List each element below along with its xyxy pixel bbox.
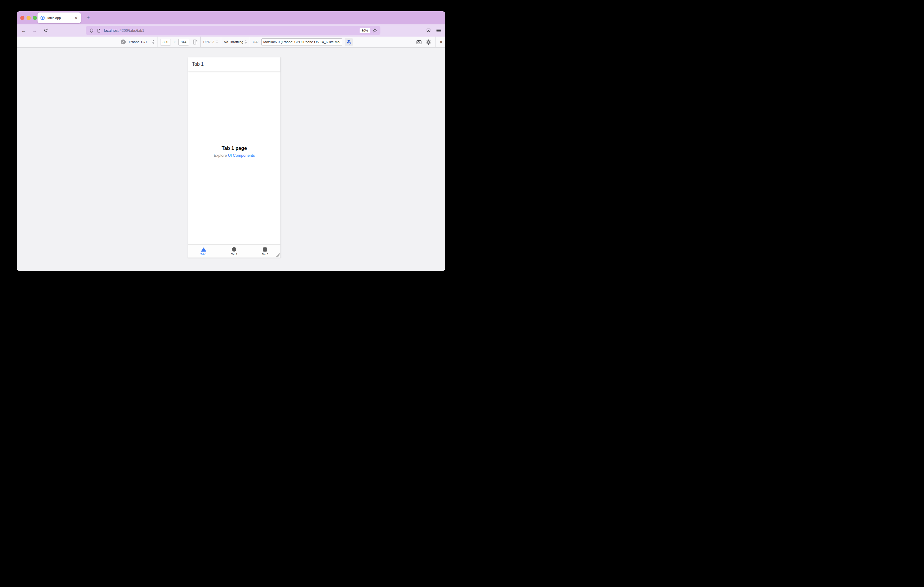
touch-icon [346, 39, 351, 45]
rdm-action-buttons: × [416, 36, 443, 47]
reload-button[interactable] [42, 25, 50, 36]
user-agent-input[interactable] [261, 38, 342, 46]
viewport-height-input[interactable] [178, 39, 189, 46]
tab-button-tab2[interactable]: Tab 2 [219, 245, 249, 258]
close-window-button[interactable] [20, 16, 25, 20]
select-arrows-icon [245, 40, 247, 44]
menu-icon [436, 28, 441, 33]
rdm-settings-button[interactable] [426, 39, 431, 45]
throttling-label: No Throttling [224, 40, 244, 44]
app-header-title: Tab 1 [192, 62, 204, 67]
camera-icon [416, 39, 422, 44]
rotate-viewport-button[interactable] [192, 39, 198, 45]
reload-icon [43, 28, 48, 33]
dimension-separator: × [173, 40, 176, 44]
new-tab-button[interactable]: + [84, 14, 92, 22]
menu-button[interactable] [436, 28, 441, 33]
forward-button[interactable]: → [31, 25, 39, 36]
gear-icon [426, 39, 431, 45]
separator [250, 36, 250, 47]
url-host: localhost [104, 28, 119, 33]
explore-text: Explore [214, 153, 227, 158]
device-viewport: Tab 1 Tab 1 page Explore UI Components T… [188, 57, 281, 258]
navigation-toolbar: ← → localhost:4200/tabs/tab1 80% [16, 25, 446, 36]
tab-close-icon[interactable]: × [74, 15, 78, 21]
ua-label: UA: [253, 40, 258, 44]
select-arrows-icon [152, 40, 155, 44]
rotate-icon [192, 39, 198, 45]
device-selector[interactable]: iPhone 12/1… [129, 40, 155, 44]
throttling-selector[interactable]: No Throttling [224, 40, 248, 44]
ellipse-icon [232, 247, 236, 252]
viewport-width-input[interactable] [160, 39, 171, 46]
ui-components-link[interactable]: UI Components [228, 153, 255, 158]
screenshot-button[interactable] [416, 39, 422, 44]
tab-label: Tab 3 [262, 253, 268, 256]
rdm-close-button[interactable]: × [439, 39, 443, 45]
app-tab-bar: Tab 1 Tab 2 Tab 3 [188, 245, 280, 258]
safari-browser-icon [120, 39, 126, 45]
rdm-device-controls: iPhone 12/1… × DPR: 3 [120, 36, 353, 47]
dpr-label: DPR: 3 [203, 40, 214, 44]
toolbar-right-icons [426, 25, 441, 36]
minimize-window-button[interactable] [26, 16, 31, 20]
dpr-selector[interactable]: DPR: 3 [203, 40, 218, 44]
desktop-background: { "browser": { "tab_title": "Ionic App",… [0, 0, 462, 294]
window-controls [20, 16, 37, 20]
ionic-favicon [40, 15, 45, 20]
zoom-level-badge[interactable]: 80% [360, 28, 370, 33]
page-subtitle: Explore UI Components [188, 153, 280, 158]
url-bar[interactable]: localhost:4200/tabs/tab1 80% [86, 26, 380, 35]
bookmark-button[interactable] [372, 28, 378, 33]
url-path: :4200/tabs/tab1 [119, 28, 144, 33]
url-text: localhost:4200/tabs/tab1 [104, 28, 144, 33]
separator [200, 36, 201, 47]
square-icon [263, 247, 267, 252]
page-content: Tab 1 page Explore UI Components [188, 145, 280, 158]
forward-icon: → [33, 28, 38, 34]
tab-button-tab1[interactable]: Tab 1 [188, 245, 219, 258]
page-title: Tab 1 page [188, 145, 280, 151]
back-icon: ← [21, 28, 26, 34]
viewport-resize-handle[interactable] [276, 253, 280, 257]
tab-label: Tab 1 [200, 253, 206, 256]
page-icon[interactable] [97, 28, 101, 33]
tab-title: Ionic App [47, 16, 74, 20]
star-icon [372, 28, 378, 33]
separator [435, 36, 436, 47]
browser-tab-ionic-app[interactable]: Ionic App × [38, 13, 81, 23]
zoom-window-button[interactable] [33, 16, 37, 20]
back-button[interactable]: ← [20, 25, 28, 36]
tab-label: Tab 2 [231, 253, 238, 256]
pocket-icon [426, 28, 431, 33]
browser-window: Ionic App × + ← → localhost:4200/ta [16, 11, 446, 271]
tab-strip: Ionic App × + [16, 11, 446, 25]
app-header: Tab 1 [188, 58, 280, 71]
touch-simulation-toggle[interactable] [345, 38, 353, 46]
rdm-toolbar: iPhone 12/1… × DPR: 3 [16, 36, 446, 48]
pocket-button[interactable] [426, 28, 431, 33]
select-arrows-icon [216, 40, 218, 44]
device-selector-label: iPhone 12/1… [129, 40, 151, 44]
shield-icon[interactable] [89, 28, 94, 33]
rdm-content-area: Tab 1 Tab 1 page Explore UI Components T… [16, 48, 446, 271]
triangle-icon [201, 247, 206, 252]
